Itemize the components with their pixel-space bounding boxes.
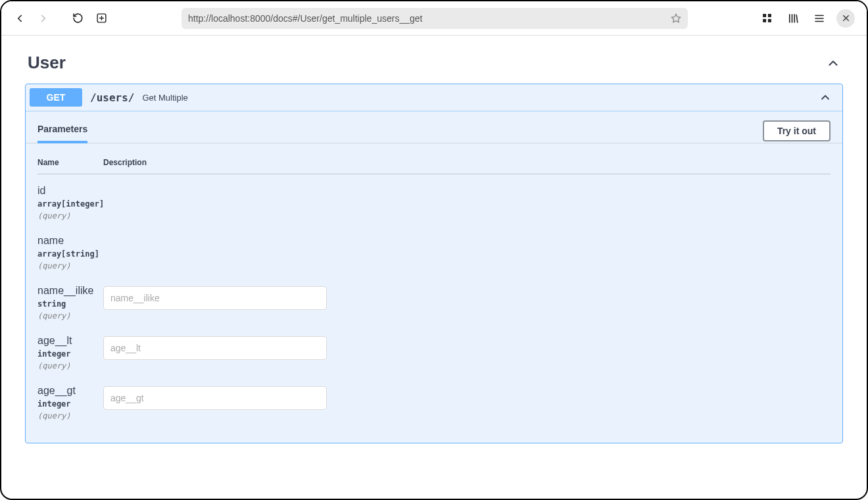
parameter-type: integer bbox=[37, 349, 103, 359]
bookmark-star-icon[interactable] bbox=[671, 13, 681, 24]
parameter-input-name-ilike[interactable] bbox=[103, 286, 327, 310]
back-button[interactable] bbox=[11, 9, 29, 28]
operation-collapse-icon[interactable] bbox=[819, 91, 832, 104]
library-button[interactable] bbox=[784, 9, 802, 28]
page-content: User GET /users/ Get Multiple Parameters… bbox=[1, 36, 867, 499]
parameter-in: (query) bbox=[37, 261, 103, 270]
window-close-button[interactable] bbox=[836, 9, 855, 28]
plus-box-icon bbox=[96, 12, 107, 24]
reload-icon bbox=[72, 12, 84, 24]
svg-line-11 bbox=[796, 14, 798, 22]
parameter-type: array[integer] bbox=[37, 199, 103, 209]
grid-icon bbox=[761, 12, 773, 24]
close-icon bbox=[842, 14, 850, 22]
parameter-in: (query) bbox=[37, 311, 103, 320]
hamburger-icon bbox=[813, 12, 825, 24]
parameter-type: string bbox=[37, 299, 103, 309]
operation-description: Get Multiple bbox=[142, 93, 187, 103]
operation-body: Parameters Try it out Name Description i… bbox=[26, 111, 842, 443]
chevron-left-icon bbox=[14, 12, 26, 24]
browser-window: http://localhost:8000/docs#/User/get_mul… bbox=[0, 0, 868, 500]
svg-rect-7 bbox=[767, 19, 771, 22]
new-tab-button[interactable] bbox=[92, 9, 110, 28]
parameter-name: age__lt bbox=[37, 335, 103, 347]
chevron-right-icon bbox=[37, 12, 49, 24]
parameter-name: name bbox=[37, 235, 103, 247]
tag-title: User bbox=[28, 53, 66, 73]
column-header-name: Name bbox=[37, 158, 103, 167]
column-header-description: Description bbox=[103, 158, 831, 167]
parameter-in: (query) bbox=[37, 361, 103, 370]
parameter-type: array[string] bbox=[37, 249, 103, 259]
parameter-name: name__ilike bbox=[37, 285, 103, 297]
svg-marker-3 bbox=[671, 14, 680, 22]
svg-rect-5 bbox=[767, 14, 771, 17]
tag-header[interactable]: User bbox=[25, 47, 843, 84]
toolbar-right bbox=[758, 9, 857, 28]
apps-grid-button[interactable] bbox=[758, 9, 776, 28]
parameter-input-age-lt[interactable] bbox=[103, 336, 327, 360]
parameters-bar: Parameters Try it out bbox=[26, 112, 842, 143]
url-text: http://localhost:8000/docs#/User/get_mul… bbox=[188, 13, 671, 24]
parameter-row: age__lt integer (query) bbox=[37, 324, 831, 374]
operation-block: GET /users/ Get Multiple Parameters Try … bbox=[25, 84, 843, 443]
reload-button[interactable] bbox=[68, 9, 87, 28]
parameter-name: id bbox=[37, 185, 103, 197]
parameters-table: Name Description id array[integer] (quer… bbox=[26, 143, 842, 443]
parameter-row: id array[integer] (query) bbox=[37, 174, 831, 224]
forward-button bbox=[34, 9, 53, 28]
parameters-tab[interactable]: Parameters bbox=[37, 118, 87, 143]
parameter-row: age__gt integer (query) bbox=[37, 374, 831, 424]
parameter-row: name array[string] (query) bbox=[37, 224, 831, 274]
svg-rect-6 bbox=[763, 19, 766, 22]
http-method-badge: GET bbox=[30, 88, 82, 107]
chevron-up-icon bbox=[819, 91, 832, 104]
tag-collapse-icon[interactable] bbox=[826, 56, 840, 70]
parameter-in: (query) bbox=[37, 411, 103, 420]
operation-path: /users/ bbox=[90, 91, 134, 104]
try-it-out-button[interactable]: Try it out bbox=[763, 120, 831, 141]
parameter-row: name__ilike string (query) bbox=[37, 274, 831, 324]
parameter-type: integer bbox=[37, 399, 103, 409]
parameters-table-header: Name Description bbox=[37, 153, 831, 174]
parameter-in: (query) bbox=[37, 211, 103, 220]
parameter-input-age-gt[interactable] bbox=[103, 386, 327, 410]
operation-summary[interactable]: GET /users/ Get Multiple bbox=[26, 84, 842, 111]
url-bar[interactable]: http://localhost:8000/docs#/User/get_mul… bbox=[181, 8, 688, 29]
library-icon bbox=[787, 12, 799, 24]
menu-button[interactable] bbox=[810, 9, 829, 28]
parameter-name: age__gt bbox=[37, 385, 103, 397]
svg-rect-4 bbox=[763, 14, 766, 17]
browser-toolbar: http://localhost:8000/docs#/User/get_mul… bbox=[1, 1, 867, 36]
chevron-up-icon bbox=[826, 56, 840, 70]
